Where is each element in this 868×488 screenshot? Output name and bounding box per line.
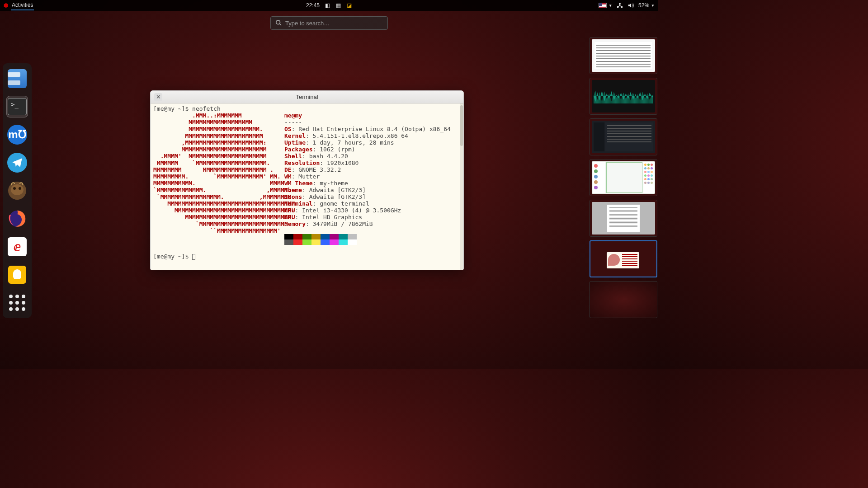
chevron-down-icon: ▼ — [651, 4, 655, 8]
window-title: Terminal — [296, 94, 318, 100]
command-text: neofetch — [192, 105, 221, 112]
prompt: [me@my ~]$ — [153, 105, 192, 112]
workspace-thumb-4[interactable] — [590, 159, 657, 196]
dbeaver-icon — [7, 181, 27, 201]
dock-item-terminal[interactable] — [6, 96, 28, 117]
chevron-down-icon: ▼ — [609, 4, 612, 8]
volume-icon[interactable] — [627, 2, 634, 9]
dock-item-dbeaver[interactable] — [6, 180, 28, 202]
neofetch-logo: .MMM..:MMMMMMM MMMMMMMMMMMMMMMMMM MMMMMM… — [153, 112, 284, 246]
dock-item-show-apps[interactable] — [6, 292, 28, 314]
svg-point-7 — [19, 187, 21, 190]
battery-percent: 52% — [638, 2, 649, 9]
dock-item-keep[interactable] — [6, 264, 28, 286]
dock-item-telegram[interactable] — [6, 152, 28, 174]
tray-indicator-2-icon[interactable]: ▦ — [335, 2, 341, 9]
cursor — [192, 254, 195, 260]
workspace-thumb-1[interactable] — [590, 37, 657, 74]
svg-point-6 — [13, 187, 16, 190]
dock-item-files[interactable] — [6, 68, 28, 89]
tray-indicator-3-icon[interactable]: ◪ — [346, 2, 352, 9]
firefox-icon — [7, 209, 27, 229]
terminal-body[interactable]: [me@my ~]$ neofetch .MMM..:MMMMMMM MMMMM… — [151, 103, 463, 270]
dash: mƱ ⅇ — [3, 63, 32, 318]
terminal-window[interactable]: ✕ Terminal [me@my ~]$ neofetch .MMM..:MM… — [150, 90, 464, 270]
workspace-switcher — [590, 37, 657, 318]
terminal-titlebar[interactable]: ✕ Terminal — [151, 91, 463, 103]
activities-button[interactable]: Activities — [11, 0, 34, 10]
window-close-button[interactable]: ✕ — [154, 93, 162, 101]
search-box[interactable] — [270, 16, 388, 30]
musescore-icon: mƱ — [7, 125, 27, 145]
workspace-thumb-7[interactable] — [590, 281, 657, 318]
svg-point-3 — [276, 20, 280, 24]
overview-search — [270, 16, 388, 30]
close-icon: ✕ — [156, 94, 161, 100]
search-icon — [275, 19, 282, 27]
top-bar: ⬢ Activities 22:45 ◧ ▦ ◪ ▼ 52% ▼ — [0, 0, 658, 11]
tray-indicator-1-icon[interactable]: ◧ — [324, 2, 330, 9]
files-icon — [8, 69, 27, 88]
dock-item-evince[interactable]: ⅇ — [6, 236, 28, 258]
workspace-thumb-2[interactable] — [590, 78, 657, 115]
telegram-icon — [7, 153, 27, 173]
clock[interactable]: 22:45 — [306, 2, 320, 9]
terminal-scrollbar[interactable] — [460, 103, 463, 270]
dock-item-musescore[interactable]: mƱ — [6, 124, 28, 145]
neofetch-userhost: me@my — [284, 112, 302, 119]
workspace-thumb-5[interactable] — [590, 200, 657, 237]
workspace-thumb-3[interactable] — [590, 118, 657, 155]
battery-indicator[interactable]: 52% ▼ — [638, 2, 655, 9]
distro-logo-icon: ⬢ — [4, 2, 8, 9]
dock-item-firefox[interactable] — [6, 208, 28, 230]
neofetch-palette — [284, 234, 357, 245]
prompt: [me@my ~]$ — [153, 253, 192, 260]
flag-us-icon — [599, 3, 607, 8]
activities-label: Activities — [12, 2, 33, 8]
keyboard-layout-indicator[interactable]: ▼ — [599, 3, 612, 8]
keep-icon — [8, 266, 26, 284]
workspace-thumb-6[interactable] — [590, 240, 657, 277]
terminal-icon — [8, 98, 27, 115]
svg-point-5 — [11, 184, 24, 195]
neofetch-info: me@my ----- OS: Red Hat Enterprise Linux… — [284, 112, 461, 246]
neofetch-separator: ----- — [284, 119, 302, 126]
apps-grid-icon — [9, 295, 25, 311]
network-icon[interactable] — [617, 2, 623, 9]
search-input[interactable] — [285, 20, 383, 27]
evince-icon: ⅇ — [8, 237, 27, 256]
